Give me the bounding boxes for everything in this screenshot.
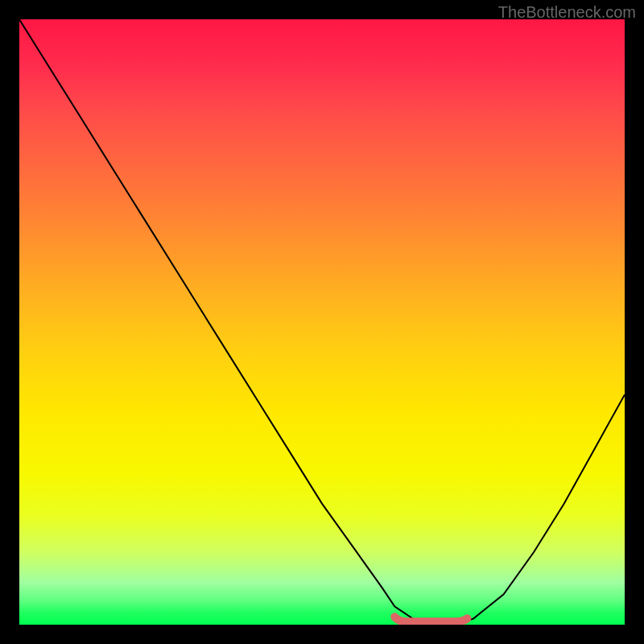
chart-plot-area [19, 19, 625, 625]
optimal-range-mark [394, 617, 467, 621]
watermark-text: TheBottleneck.com [498, 3, 636, 22]
chart-svg [19, 19, 625, 625]
bottleneck-curve-line [19, 19, 625, 625]
